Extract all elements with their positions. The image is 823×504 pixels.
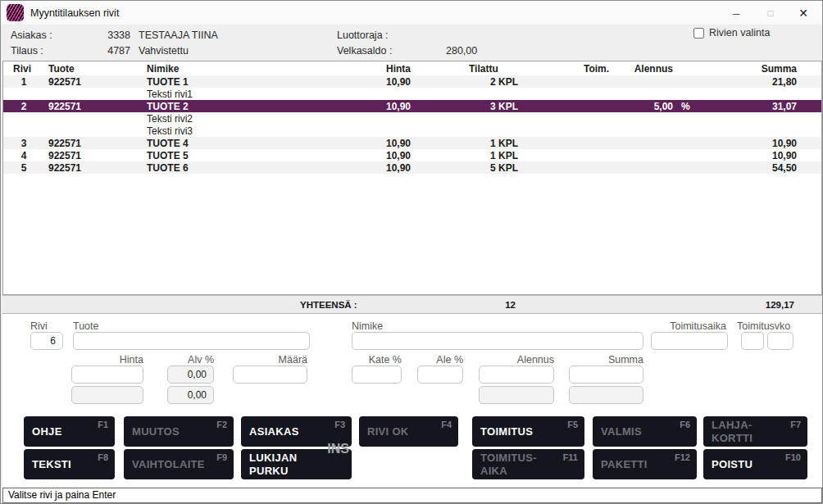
customer-name: TESTAAJA TIINA (139, 30, 218, 41)
ale-input[interactable] (417, 366, 463, 384)
cell-rivi: 1 (13, 76, 34, 88)
order-label: Tilaus : (11, 45, 43, 57)
rivi-input[interactable] (30, 332, 63, 350)
toimitusaika-input[interactable] (651, 332, 728, 350)
order-status: Vahvistettu (139, 45, 189, 57)
hinta-input[interactable] (71, 366, 143, 384)
cell-nimike: Teksti rivi1 (147, 89, 193, 100)
table-text-row[interactable]: Teksti rivi1 (3, 88, 821, 100)
rivi-ok-button: RIVI OKF4 (359, 416, 458, 447)
table-row[interactable]: 3 922571 TUOTE 4 10,90 1 KPL 10,90 (3, 137, 821, 149)
app-window: Myyntitilauksen rivit – □ ✕ Asiakas : 33… (0, 0, 823, 504)
col-nimike: Nimike (147, 63, 179, 75)
rivien-valinta-label: Rivien valinta (709, 27, 770, 39)
cell-rivi: 2 (13, 101, 34, 112)
table-text-row[interactable]: Teksti rivi3 (3, 125, 821, 137)
col-hinta: Hinta (331, 63, 411, 75)
fkey-label: F8 (98, 452, 108, 462)
cell-hinta: 10,90 (331, 101, 411, 112)
col-rivi: Rivi (13, 63, 31, 75)
cell-nimike: TUOTE 1 (147, 76, 189, 88)
cell-tuote: 922571 (48, 101, 81, 112)
vaihtolaite-button: VAIHTOLAITEF9 (124, 449, 234, 479)
alennus-secondary-input (479, 386, 554, 404)
cell-nimike: TUOTE 2 (147, 101, 189, 112)
cell-tuote: 922571 (48, 138, 81, 149)
summa-secondary-input (569, 386, 643, 404)
fkey-label: F7 (790, 420, 801, 429)
cell-summa: 31,07 (715, 101, 797, 112)
maara-input[interactable] (233, 366, 307, 384)
col-tuote: Tuote (48, 63, 75, 75)
cell-nimike: TUOTE 6 (147, 162, 189, 174)
table-row[interactable]: 5 922571 TUOTE 6 10,90 5 KPL 54,50 (3, 161, 821, 174)
cell-rivi: 3 (13, 138, 34, 149)
kate-input[interactable] (352, 366, 402, 384)
lukijan-purku-button[interactable]: LUKIJAN PURKUINS (241, 449, 352, 479)
fkey-label: F2 (216, 420, 227, 429)
cell-tuote: 922571 (48, 162, 81, 174)
paketti-button: PAKETTIF12 (593, 449, 697, 479)
table-row[interactable]: 1 922571 TUOTE 1 10,90 2 KPL 21,80 (3, 75, 821, 88)
table-header-row: Rivi Tuote Nimike Hinta Tilattu Toim. Al… (3, 61, 821, 75)
toimitus-button[interactable]: TOIMITUSF5 (472, 416, 584, 447)
table-row[interactable]: 4 922571 TUOTE 5 10,90 1 KPL 10,90 (3, 149, 821, 161)
toimitusaika-field-label: Toimitusaika (651, 320, 726, 332)
summa-input[interactable] (569, 366, 643, 384)
fkey-label: F3 (334, 420, 345, 429)
cell-nimike: TUOTE 5 (147, 150, 189, 161)
cell-hinta: 10,90 (331, 150, 411, 161)
toimitusvko-year-input[interactable] (767, 332, 793, 350)
title-bar: Myyntitilauksen rivit – □ ✕ (1, 1, 822, 25)
cell-summa: 10,90 (715, 150, 797, 161)
order-info-header: Asiakas : 3338 TESTAAJA TIINA Luottoraja… (1, 25, 822, 61)
lahjakortti-button: LAHJA-KORTTIF7 (703, 416, 807, 447)
cell-nimike: TUOTE 4 (147, 138, 189, 149)
cell-summa: 54,50 (715, 162, 797, 174)
entry-panel: Rivi Tuote Nimike Toimitusaika Toimitusv… (2, 314, 822, 487)
cell-nimike: Teksti rivi3 (147, 125, 193, 137)
hinta-secondary-input (71, 386, 143, 404)
cell-tilattu: 5 KPL (430, 162, 518, 174)
totals-bar: YHTEENSÄ : 12 129,17 (2, 295, 822, 314)
fkey-label: F5 (567, 420, 578, 429)
alv-field-label: Alv % (167, 354, 214, 366)
ale-field-label: Ale % (417, 354, 463, 366)
cell-alennus-unit: % (681, 101, 690, 112)
cell-hinta: 10,90 (331, 138, 411, 149)
fkey-label: F1 (98, 420, 108, 429)
toimitusvko-week-input[interactable] (741, 332, 764, 350)
alennus-input[interactable] (479, 366, 554, 384)
cell-rivi: 5 (13, 162, 34, 174)
cell-tilattu: 1 KPL (430, 150, 518, 161)
ohje-button[interactable]: OHJEF1 (24, 416, 115, 447)
alennus-field-label: Alennus (479, 354, 554, 366)
maximize-button[interactable]: □ (753, 1, 788, 25)
rivien-valinta-checkbox[interactable] (693, 28, 704, 39)
cell-summa: 21,80 (715, 76, 797, 88)
order-rows-table: Rivi Tuote Nimike Hinta Tilattu Toim. Al… (2, 61, 822, 295)
alv-secondary-input (167, 386, 214, 404)
fkey-label: F11 (563, 452, 578, 462)
close-button[interactable]: ✕ (786, 1, 821, 25)
toimitusaika-button: TOIMITUS-AIKAF11 (472, 449, 584, 479)
toimitusvko-field-label: Toimitusvko (737, 320, 790, 332)
nimike-input[interactable] (352, 332, 643, 350)
col-alennus: Alennus (607, 63, 673, 75)
table-text-row[interactable]: Teksti rivi2 (3, 112, 821, 125)
fkey-label: F9 (216, 452, 227, 462)
table-row-selected[interactable]: 2 922571 TUOTE 2 10,90 3 KPL 5,00 % 31,0… (3, 100, 821, 112)
summa-field-label: Summa (569, 354, 643, 366)
tuote-field-label: Tuote (73, 320, 99, 332)
debt-value: 280,00 (446, 45, 477, 57)
poistu-button[interactable]: POISTUF10 (703, 449, 807, 479)
cell-hinta: 10,90 (331, 162, 411, 174)
teksti-button[interactable]: TEKSTIF8 (24, 449, 115, 479)
tuote-input[interactable] (73, 332, 310, 350)
col-toim: Toim. (584, 63, 609, 75)
app-icon (7, 4, 24, 21)
fkey-label: F12 (675, 452, 690, 462)
minimize-button[interactable]: – (719, 1, 753, 25)
order-number: 4787 (83, 45, 130, 57)
ins-key-label: INS (327, 442, 349, 456)
